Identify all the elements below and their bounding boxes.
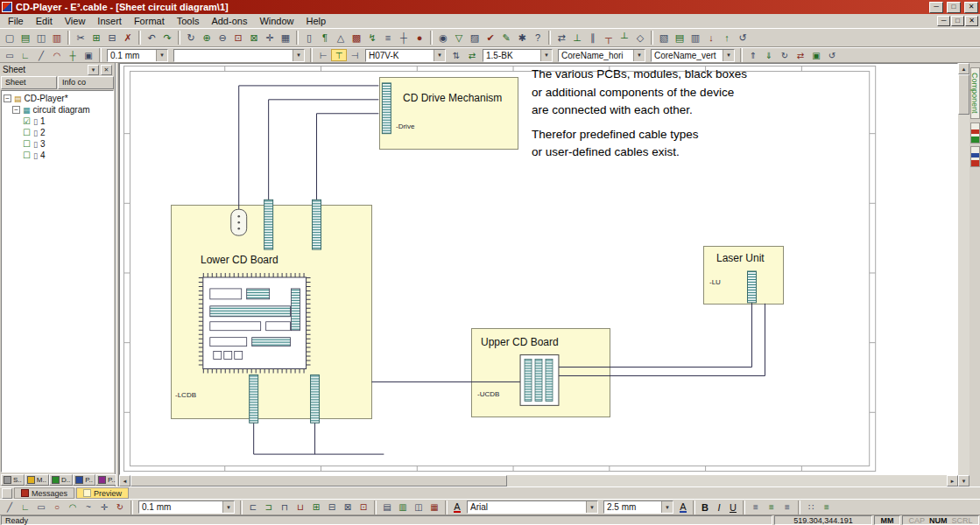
terminal-plan-icon[interactable]: ▥ [687, 31, 703, 45]
tree-root-item[interactable]: − ▤ CD-Player* [4, 93, 111, 104]
place-text-icon[interactable]: ¶ [317, 31, 333, 45]
window-restore-button[interactable]: □ [947, 2, 961, 13]
align-right-icon[interactable]: ⊐ [261, 501, 277, 514]
redraw-icon[interactable]: ↻ [183, 31, 199, 45]
line-width-combo[interactable]: 0.1 mm ▼ [107, 49, 168, 62]
sidebar-mini-tab[interactable]: D.. [49, 474, 73, 486]
cd-drive-mechanism-box[interactable]: CD Drive Mechanism -Drive [379, 77, 518, 150]
core-type-combo[interactable]: 1.5-BK ▼ [483, 49, 553, 62]
combo-arrow-icon[interactable]: ▼ [586, 501, 597, 513]
rectangle-tool-icon[interactable]: ▭ [33, 501, 49, 514]
sheet-checkbox[interactable]: ☐ [23, 139, 31, 149]
rotate-icon[interactable]: ↻ [777, 49, 793, 61]
redline-icon[interactable]: ✎ [498, 31, 514, 45]
core-vertical-icon[interactable]: ⊤ [331, 49, 347, 61]
bold-button[interactable]: B [698, 500, 712, 514]
mirror-icon[interactable]: ⇄ [793, 49, 808, 61]
menu-item[interactable]: View [59, 15, 92, 27]
panel-close-icon[interactable]: ✕ [101, 65, 112, 75]
hatch-style-icon[interactable]: ▤ [379, 501, 395, 514]
right-panel-tab-3[interactable] [970, 146, 980, 167]
combo-arrow-icon[interactable]: ▼ [661, 501, 673, 513]
numbered-list-icon[interactable]: ≡ [819, 501, 835, 514]
redo-icon[interactable]: ↷ [159, 31, 175, 45]
save-icon[interactable]: ◫ [33, 31, 49, 45]
update-icon[interactable]: ↺ [824, 49, 840, 61]
wire-list-icon[interactable]: ▤ [672, 31, 687, 45]
zoom-fit-icon[interactable]: ⊠ [246, 31, 262, 45]
sidebar-mini-tab[interactable]: P.. [73, 474, 95, 486]
scroll-left-icon[interactable]: ◄ [119, 475, 130, 486]
swap-vertical-icon[interactable]: ⇅ [448, 49, 464, 61]
rotate-tool-icon[interactable]: ↻ [112, 501, 128, 514]
sheet-checkbox[interactable]: ☐ [23, 128, 31, 137]
sheet-item[interactable]: ☐ ▯ 3 [23, 138, 111, 150]
align-top-icon[interactable]: ⊓ [277, 501, 293, 514]
symbol-combo[interactable]: ▼ [173, 49, 305, 62]
highlight-mode-icon[interactable]: ▣ [81, 49, 96, 61]
bullet-list-icon[interactable]: ∷ [803, 501, 819, 514]
font-color-button[interactable]: A [450, 500, 464, 514]
print-icon[interactable]: ▥ [49, 31, 65, 45]
grid-icon[interactable]: ▦ [278, 31, 293, 45]
layer-select-icon[interactable]: ◫ [411, 501, 427, 514]
help-icon[interactable]: ? [530, 31, 546, 45]
tab-messages[interactable]: Messages [14, 487, 74, 499]
lock-icon[interactable]: ▣ [808, 49, 824, 61]
line-tool-icon[interactable]: ╱ [2, 501, 18, 514]
horizontal-scrollbar[interactable]: ◄ ► [119, 475, 958, 486]
device-table-icon[interactable]: ▧ [656, 31, 672, 45]
paste-icon[interactable]: ⊟ [104, 31, 120, 45]
combo-arrow-icon[interactable]: ▼ [156, 50, 167, 61]
justify-right-icon[interactable]: ≡ [779, 501, 795, 514]
drawing-canvas[interactable]: CD Drive Mechanism -Drive Lower CD Board… [119, 63, 958, 475]
menu-item[interactable]: Insert [91, 15, 128, 27]
search-icon[interactable]: ◉ [435, 31, 451, 45]
new-sheet-icon[interactable]: ▯ [301, 31, 317, 45]
underline-button[interactable]: U [726, 500, 740, 514]
tab-sheet[interactable]: Sheet [1, 76, 57, 89]
tee-down-icon[interactable]: ┬ [601, 31, 617, 45]
sidebar-mini-tab[interactable]: S.. [1, 474, 25, 486]
core-end-left-icon[interactable]: ⊢ [315, 49, 331, 61]
arc-mode-icon[interactable]: ◠ [49, 49, 65, 61]
expander-icon[interactable]: − [12, 106, 20, 114]
text-color-button[interactable]: A [676, 500, 690, 514]
circle-tool-icon[interactable]: ○ [49, 501, 65, 514]
window-close-button[interactable]: ✕ [964, 2, 978, 13]
upper-cd-board-box[interactable]: Upper CD Board -UCDB [471, 328, 610, 417]
pan-icon[interactable]: ✛ [262, 31, 278, 45]
draw-line-width-combo[interactable]: 0.1 mm ▼ [138, 500, 235, 514]
filter-icon[interactable]: ▽ [451, 31, 467, 45]
mdi-restore-button[interactable]: □ [951, 16, 964, 26]
tab-preview[interactable]: Preview [76, 487, 129, 499]
align-bottom-icon[interactable]: ⊔ [293, 501, 308, 514]
ortho-wire-icon[interactable]: ⊥ [569, 31, 585, 45]
connect-tool-icon[interactable]: ┼ [396, 31, 412, 45]
combo-arrow-icon[interactable]: ▼ [540, 50, 552, 61]
distribute-v-icon[interactable]: ⊟ [324, 501, 340, 514]
tee-up-icon[interactable]: ┴ [617, 31, 632, 45]
laser-unit-box[interactable]: Laser Unit -LU [703, 246, 784, 304]
move-tool-icon[interactable]: ✛ [96, 501, 112, 514]
expander-icon[interactable]: − [4, 94, 11, 102]
combo-arrow-icon[interactable]: ▼ [222, 501, 234, 513]
spline-tool-icon[interactable]: ~ [81, 501, 96, 514]
mdi-minimize-button[interactable]: ─ [937, 16, 950, 26]
scroll-right-icon[interactable]: ► [947, 475, 958, 486]
insert-bus-icon[interactable]: ≡ [380, 31, 396, 45]
diagonal-mode-icon[interactable]: ╱ [33, 49, 49, 61]
panel-menu-button[interactable] [2, 488, 12, 499]
scroll-up-icon[interactable]: ▲ [958, 63, 969, 74]
panel-pin-icon[interactable]: ▾ [88, 65, 99, 75]
menu-item[interactable]: Edit [30, 15, 59, 27]
sheet-item[interactable]: ☑ ▯ 1 [23, 116, 111, 127]
core-end-right-icon[interactable]: ⊣ [347, 49, 363, 61]
justify-center-icon[interactable]: ≡ [764, 501, 779, 514]
zoom-window-icon[interactable]: ⊡ [230, 31, 246, 45]
menu-item[interactable]: Format [128, 15, 171, 27]
import-icon[interactable]: ↑ [719, 31, 735, 45]
menu-item[interactable]: Help [300, 15, 333, 27]
assign-cable-icon[interactable]: ⇑ [745, 49, 761, 61]
undo-icon[interactable]: ↶ [144, 31, 159, 45]
